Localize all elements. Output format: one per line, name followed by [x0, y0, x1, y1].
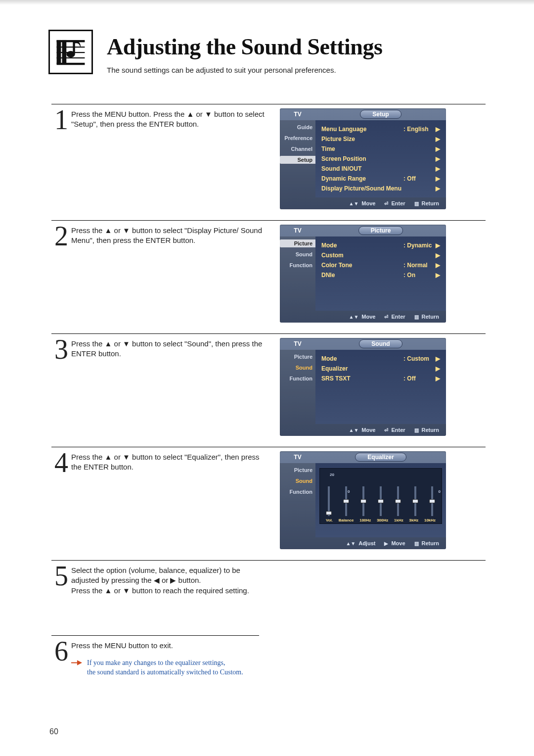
osd-row-menu-language[interactable]: Menu Language: English▶ [321, 124, 440, 134]
osd-side-channel[interactable]: Channel [280, 145, 315, 153]
osd-hint-return: ▥Return [414, 540, 439, 546]
svg-rect-2 [57, 40, 85, 42]
note: If you make any changes to the equalizer… [71, 659, 243, 677]
osd-side-setup[interactable]: Setup [280, 156, 315, 164]
step-2: 2 Press the ▲ or ▼ button to select "Dis… [51, 220, 486, 328]
svg-rect-5 [57, 57, 85, 58]
eq-band-labels: Vol. Balance 100Hz 300Hz 1kHz 3kHz 10kHz [323, 518, 439, 522]
osd-sidebar: Picture Sound Function [280, 350, 315, 424]
osd-hint-move: ▲▼Move [349, 314, 376, 320]
right-arrow-icon: ▶ [433, 126, 440, 133]
osd-side-function[interactable]: Function [280, 261, 315, 269]
osd-footer: ▲▼Move ⏎Enter ▥Return [280, 424, 446, 436]
step-1: 1 Press the MENU button. Press the ▲ or … [51, 104, 486, 214]
osd-title: Sound [359, 339, 402, 348]
osd-tv-label: TV [280, 340, 315, 347]
enter-icon: ⏎ [384, 201, 388, 206]
updown-icon: ▲▼ [349, 201, 359, 206]
step-number: 5 [51, 564, 71, 596]
eq-scale-mid: 0 [348, 489, 350, 494]
eq-slider-100hz[interactable] [361, 486, 366, 516]
osd-equalizer: TV Equalizer Picture Sound Function 20 0 [280, 451, 446, 549]
right-arrow-icon: ▶ [433, 185, 440, 192]
osd-hint-move: ▲▼Move [349, 427, 376, 433]
right-arrow-icon: ▶ [433, 375, 440, 382]
osd-row-screen-position[interactable]: Screen Position▶ [321, 154, 440, 164]
eq-slider-300hz[interactable] [378, 486, 383, 516]
osd-tv-label: TV [280, 111, 315, 118]
step-6: 6 Press the MENU button to exit. If you … [51, 636, 486, 677]
eq-slider-volume[interactable] [326, 486, 331, 516]
note-arrow-icon [71, 659, 82, 667]
step-number: 1 [51, 107, 71, 214]
osd-row-dnie[interactable]: DNIe: On▶ [321, 270, 440, 280]
osd-hint-enter: ⏎Enter [384, 200, 405, 206]
osd-side-sound[interactable]: Sound [280, 250, 315, 258]
osd-main-list: Mode: Dynamic▶ Custom▶ Color Tone: Norma… [315, 236, 446, 311]
return-icon: ▥ [414, 427, 419, 433]
osd-equalizer-panel: 20 0 0 [315, 463, 446, 537]
osd-side-sound[interactable]: Sound [280, 364, 315, 372]
right-arrow-icon: ▶ [433, 136, 440, 142]
osd-side-picture[interactable]: Picture [280, 239, 315, 247]
osd-side-picture[interactable]: Picture [280, 353, 315, 361]
step-text: Select the option (volume, balance, equa… [71, 564, 269, 596]
osd-hint-return: ▥Return [414, 427, 439, 433]
return-icon: ▥ [414, 314, 419, 320]
sound-settings-icon [48, 30, 93, 74]
eq-slider-1khz[interactable] [396, 486, 400, 516]
right-arrow-icon: ▶ [433, 272, 440, 279]
right-arrow-icon: ▶ [433, 155, 440, 162]
step-4: 4 Press the ▲ or ▼ button to select "Equ… [51, 447, 486, 554]
step-text: Press the ▲ or ▼ button to select "Displ… [71, 224, 269, 328]
osd-row-sound-inout[interactable]: Sound IN/OUT▶ [321, 164, 440, 174]
osd-side-function[interactable]: Function [280, 375, 315, 382]
osd-side-preference[interactable]: Preference [280, 134, 315, 142]
osd-row-custom[interactable]: Custom▶ [321, 250, 440, 260]
osd-main-list: Menu Language: English▶ Picture Size▶ Ti… [315, 120, 446, 197]
eq-slider-3khz[interactable] [413, 486, 418, 516]
step-number: 4 [51, 450, 71, 554]
right-arrow-icon: ▶ [433, 145, 440, 152]
updown-icon: ▲▼ [346, 541, 356, 546]
osd-row-mode[interactable]: Mode: Custom▶ [321, 354, 440, 364]
osd-side-sound[interactable]: Sound [280, 477, 315, 485]
page-title: Adjusting the Sound Settings [107, 34, 382, 60]
osd-row-color-tone[interactable]: Color Tone: Normal▶ [321, 260, 440, 270]
osd-footer: ▲▼Move ⏎Enter ▥Return [280, 197, 446, 209]
osd-side-guide[interactable]: Guide [280, 123, 315, 131]
step-number: 6 [51, 639, 71, 677]
page-header: Adjusting the Sound Settings The sound s… [48, 30, 486, 74]
osd-row-picture-size[interactable]: Picture Size▶ [321, 134, 440, 144]
osd-row-dynamic-range[interactable]: Dynamic Range: Off▶ [321, 174, 440, 184]
steps-list: 1 Press the MENU button. Press the ▲ or … [48, 104, 486, 677]
right-arrow-icon: ▶ [433, 165, 440, 172]
eq-scale-mid-right: 0 [439, 489, 441, 494]
osd-row-display-ps-menu[interactable]: Display Picture/Sound Menu▶ [321, 184, 440, 193]
osd-setup: TV Setup Guide Preference Channel Setup … [280, 108, 446, 209]
osd-tv-label: TV [280, 227, 315, 234]
osd-side-picture[interactable]: Picture [280, 466, 315, 474]
right-arrow-icon: ▶ [433, 262, 440, 269]
enter-icon: ⏎ [384, 427, 388, 433]
eq-slider-10khz[interactable] [430, 486, 435, 516]
osd-title: Setup [360, 110, 401, 119]
osd-row-time[interactable]: Time▶ [321, 144, 440, 154]
osd-row-srs[interactable]: SRS TSXT: Off▶ [321, 374, 440, 383]
right-arrow-icon: ▶ [433, 365, 440, 372]
step-5: 5 Select the option (volume, balance, eq… [51, 560, 486, 596]
page-number: 60 [49, 727, 58, 736]
osd-row-equalizer[interactable]: Equalizer▶ [321, 364, 440, 374]
return-icon: ▥ [414, 541, 419, 546]
osd-sidebar: Picture Sound Function [280, 236, 315, 311]
note-text: If you make any changes to the equalizer… [87, 659, 243, 677]
right-arrow-icon: ▶ [384, 541, 388, 546]
right-arrow-icon: ▶ [433, 175, 440, 182]
osd-title: Picture [358, 226, 403, 235]
enter-icon: ⏎ [384, 314, 388, 320]
step-3: 3 Press the ▲ or ▼ button to select "Sou… [51, 333, 486, 441]
osd-side-function[interactable]: Function [280, 488, 315, 496]
right-arrow-icon: ▶ [433, 355, 440, 362]
osd-row-mode[interactable]: Mode: Dynamic▶ [321, 240, 440, 250]
step-number: 3 [51, 337, 71, 441]
